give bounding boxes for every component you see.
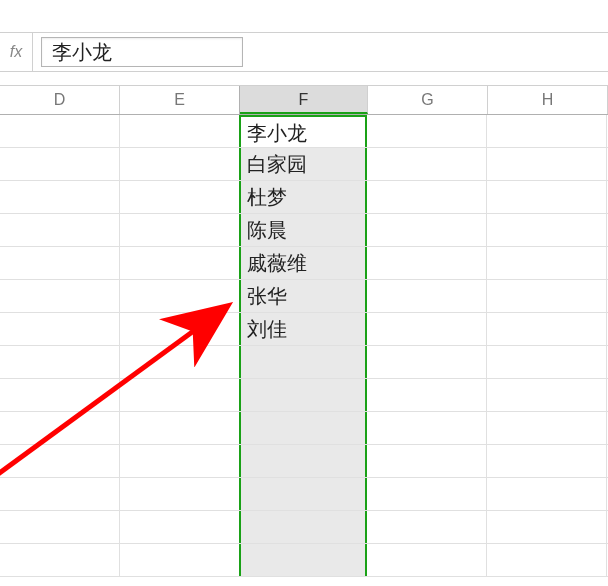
cell-E4[interactable] — [120, 214, 240, 246]
cell-G3[interactable] — [367, 181, 487, 213]
cell-E13[interactable] — [120, 511, 240, 543]
cell-G6[interactable] — [367, 280, 487, 312]
table-row — [0, 445, 608, 478]
spreadsheet-grid[interactable]: D E F G H 李小龙白家园杜梦陈晨戚薇维张华刘佳 — [0, 85, 608, 586]
cell-G5[interactable] — [367, 247, 487, 279]
cell-H13[interactable] — [487, 511, 607, 543]
cell-G4[interactable] — [367, 214, 487, 246]
cell-G11[interactable] — [367, 445, 487, 477]
cell-D4[interactable] — [0, 214, 120, 246]
cell-H3[interactable] — [487, 181, 607, 213]
cell-D11[interactable] — [0, 445, 120, 477]
table-row — [0, 379, 608, 412]
table-row: 白家园 — [0, 148, 608, 181]
table-row: 戚薇维 — [0, 247, 608, 280]
cell-D10[interactable] — [0, 412, 120, 444]
cell-D9[interactable] — [0, 379, 120, 411]
cell-G9[interactable] — [367, 379, 487, 411]
table-row: 李小龙 — [0, 115, 608, 148]
cell-H6[interactable] — [487, 280, 607, 312]
cell-F7[interactable]: 刘佳 — [239, 313, 367, 345]
table-row — [0, 544, 608, 577]
table-row — [0, 412, 608, 445]
table-row: 杜梦 — [0, 181, 608, 214]
cell-H9[interactable] — [487, 379, 607, 411]
cell-E7[interactable] — [120, 313, 240, 345]
cell-D6[interactable] — [0, 280, 120, 312]
cell-G12[interactable] — [367, 478, 487, 510]
cell-D14[interactable] — [0, 544, 120, 576]
cell-F9[interactable] — [239, 379, 367, 411]
cell-H12[interactable] — [487, 478, 607, 510]
formula-input-wrap — [33, 33, 608, 71]
cell-H4[interactable] — [487, 214, 607, 246]
column-header-D[interactable]: D — [0, 86, 120, 114]
cell-E3[interactable] — [120, 181, 240, 213]
table-row — [0, 346, 608, 379]
cell-E6[interactable] — [120, 280, 240, 312]
column-header-H[interactable]: H — [488, 86, 608, 114]
cell-F8[interactable] — [239, 346, 367, 378]
cell-G10[interactable] — [367, 412, 487, 444]
cell-G2[interactable] — [367, 148, 487, 180]
cell-E9[interactable] — [120, 379, 240, 411]
cell-D12[interactable] — [0, 478, 120, 510]
cell-E2[interactable] — [120, 148, 240, 180]
cell-G7[interactable] — [367, 313, 487, 345]
cell-F13[interactable] — [239, 511, 367, 543]
cell-D7[interactable] — [0, 313, 120, 345]
cell-H8[interactable] — [487, 346, 607, 378]
formula-input[interactable] — [41, 37, 243, 67]
cell-D13[interactable] — [0, 511, 120, 543]
cell-D2[interactable] — [0, 148, 120, 180]
cell-F5[interactable]: 戚薇维 — [239, 247, 367, 279]
column-header-G[interactable]: G — [368, 86, 488, 114]
cell-H5[interactable] — [487, 247, 607, 279]
cell-F10[interactable] — [239, 412, 367, 444]
cell-G14[interactable] — [367, 544, 487, 576]
cell-E1[interactable] — [120, 115, 240, 147]
cell-D8[interactable] — [0, 346, 120, 378]
cell-E14[interactable] — [120, 544, 240, 576]
cell-F6[interactable]: 张华 — [239, 280, 367, 312]
formula-bar: fx — [0, 32, 608, 72]
column-header-F[interactable]: F — [240, 86, 368, 114]
cell-D1[interactable] — [0, 115, 120, 147]
table-row: 陈晨 — [0, 214, 608, 247]
table-row — [0, 511, 608, 544]
column-header-E[interactable]: E — [120, 86, 240, 114]
table-row: 刘佳 — [0, 313, 608, 346]
cell-D5[interactable] — [0, 247, 120, 279]
cell-F4[interactable]: 陈晨 — [239, 214, 367, 246]
cell-F1[interactable]: 李小龙 — [239, 115, 367, 147]
cell-E10[interactable] — [120, 412, 240, 444]
cell-D3[interactable] — [0, 181, 120, 213]
cell-H14[interactable] — [487, 544, 607, 576]
cell-G13[interactable] — [367, 511, 487, 543]
cell-F3[interactable]: 杜梦 — [239, 181, 367, 213]
cell-E5[interactable] — [120, 247, 240, 279]
cell-F14[interactable] — [239, 544, 367, 576]
fx-icon[interactable]: fx — [0, 33, 33, 71]
cell-G1[interactable] — [367, 115, 487, 147]
table-row: 张华 — [0, 280, 608, 313]
table-row — [0, 478, 608, 511]
cell-H11[interactable] — [487, 445, 607, 477]
cell-H2[interactable] — [487, 148, 607, 180]
cell-E11[interactable] — [120, 445, 240, 477]
cell-H10[interactable] — [487, 412, 607, 444]
grid-rows: 李小龙白家园杜梦陈晨戚薇维张华刘佳 — [0, 115, 608, 577]
cell-E8[interactable] — [120, 346, 240, 378]
cell-F2[interactable]: 白家园 — [239, 148, 367, 180]
cell-H7[interactable] — [487, 313, 607, 345]
cell-E12[interactable] — [120, 478, 240, 510]
cell-H1[interactable] — [487, 115, 607, 147]
cell-F12[interactable] — [239, 478, 367, 510]
cell-G8[interactable] — [367, 346, 487, 378]
cell-F11[interactable] — [239, 445, 367, 477]
column-headers: D E F G H — [0, 85, 608, 115]
